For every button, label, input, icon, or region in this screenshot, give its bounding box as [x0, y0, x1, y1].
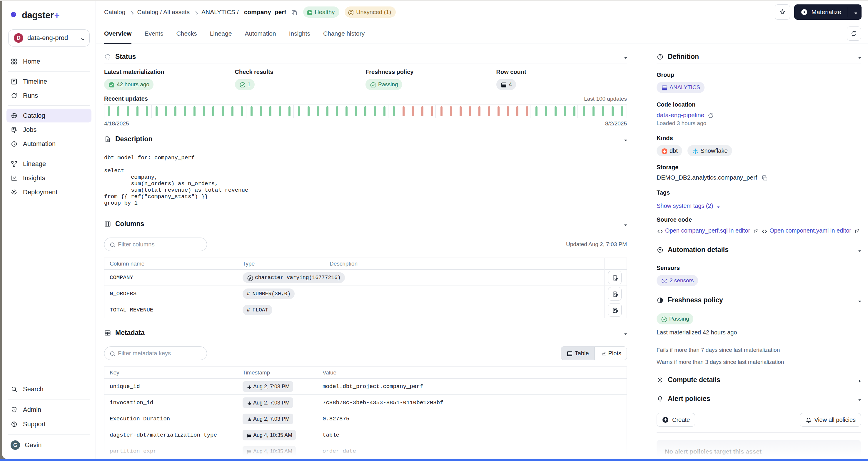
toggle-plots[interactable]: Plots [594, 347, 627, 360]
timestamp-pill[interactable]: Aug 4, 10:35 AM [243, 430, 296, 440]
sidebar-item-timeline[interactable]: Timeline [6, 75, 91, 88]
sidebar-item-insights[interactable]: Insights [6, 171, 91, 185]
update-bar[interactable] [212, 106, 214, 116]
copy-icon[interactable] [291, 9, 297, 15]
update-bar[interactable] [478, 106, 480, 116]
update-bar[interactable] [174, 106, 177, 116]
update-bar[interactable] [612, 106, 614, 116]
materialize-button[interactable]: Materialize [794, 4, 862, 20]
collapse-caret-icon[interactable] [856, 397, 861, 401]
timestamp-pill[interactable]: Aug 4, 10:35 AM [243, 446, 296, 457]
update-bar[interactable] [184, 106, 186, 116]
collapse-caret-icon[interactable] [622, 54, 627, 59]
open-yaml-link[interactable]: Open component.yaml in editor [761, 227, 859, 234]
update-bar[interactable] [193, 106, 195, 116]
update-bar[interactable] [317, 106, 319, 116]
filter-metadata-input[interactable] [118, 350, 202, 357]
update-bar[interactable] [146, 106, 148, 116]
freshness-pill[interactable]: Passing [366, 79, 402, 90]
tab-change-history[interactable]: Change history [323, 23, 365, 44]
update-bar[interactable] [383, 106, 385, 116]
column-lineage-button[interactable] [608, 287, 622, 300]
sidebar-item-jobs[interactable]: Jobs [6, 123, 91, 137]
update-bar[interactable] [364, 106, 366, 116]
update-bar[interactable] [574, 106, 576, 116]
collapse-caret-icon[interactable] [622, 137, 627, 142]
collapse-caret-icon[interactable] [622, 222, 627, 226]
update-bar[interactable] [469, 106, 471, 116]
group-pill[interactable]: ANALYTICS [657, 82, 705, 93]
view-all-policies-button[interactable]: View all policies [800, 413, 861, 427]
sidebar-item-search[interactable]: Search [6, 382, 91, 396]
update-bar[interactable] [136, 106, 138, 116]
update-bar[interactable] [535, 106, 537, 116]
health-status-badge[interactable]: Healthy [303, 6, 339, 18]
update-bar[interactable] [497, 106, 500, 116]
update-bar[interactable] [592, 106, 594, 116]
update-bar[interactable] [602, 106, 604, 116]
update-bar[interactable] [269, 106, 271, 116]
update-bar[interactable] [279, 106, 281, 116]
user-menu[interactable]: G Gavin [6, 438, 91, 453]
collapse-caret-icon[interactable] [856, 248, 861, 252]
favorite-star-button[interactable] [775, 4, 790, 20]
timestamp-pill[interactable]: Aug 2, 7:03 PM [243, 381, 293, 392]
update-bar[interactable] [621, 106, 623, 116]
update-bar[interactable] [460, 106, 462, 116]
sidebar-item-deployment[interactable]: Deployment [6, 185, 91, 199]
kind-pill-snowflake[interactable]: Snowflake [687, 145, 732, 156]
column-lineage-button[interactable] [608, 303, 622, 317]
update-bar[interactable] [165, 106, 167, 116]
update-bar[interactable] [288, 106, 290, 116]
update-bar[interactable] [555, 106, 557, 116]
tab-overview[interactable]: Overview [104, 23, 131, 44]
materialization-pill[interactable]: 42 hours ago [104, 79, 154, 90]
timestamp-pill[interactable]: Aug 2, 7:03 PM [243, 397, 293, 408]
sidebar-item-catalog[interactable]: Catalog [6, 109, 91, 122]
materialize-dropdown-button[interactable] [848, 4, 862, 20]
sidebar-item-runs[interactable]: Runs [6, 89, 91, 103]
tab-events[interactable]: Events [144, 23, 163, 44]
unsynced-badge[interactable]: Unsynced (1) [345, 6, 396, 18]
code-location-link[interactable]: data-eng-pipeline [657, 112, 704, 119]
breadcrumb-catalog[interactable]: Catalog [104, 8, 125, 16]
update-bar[interactable] [421, 106, 424, 116]
reload-icon[interactable] [707, 112, 713, 118]
show-system-tags-link[interactable]: Show system tags (2) [657, 203, 719, 209]
collapse-caret-icon[interactable] [622, 330, 627, 335]
sensors-pill[interactable]: 2 sensors [657, 275, 698, 286]
breadcrumb-all-assets[interactable]: Catalog / All assets [137, 8, 190, 16]
expand-caret-icon[interactable] [856, 378, 861, 382]
update-bar[interactable] [412, 106, 414, 116]
update-bar[interactable] [545, 106, 547, 116]
update-bar[interactable] [403, 106, 405, 116]
update-bar[interactable] [488, 106, 490, 116]
sidebar-item-admin[interactable]: Admin [6, 403, 91, 416]
deployment-switcher[interactable]: D data-eng-prod [8, 29, 90, 47]
update-bar[interactable] [156, 106, 158, 116]
update-bar[interactable] [231, 106, 234, 116]
tab-lineage[interactable]: Lineage [210, 23, 232, 44]
sidebar-item-lineage[interactable]: Lineage [6, 157, 91, 171]
tab-automation[interactable]: Automation [245, 23, 276, 44]
sidebar-item-home[interactable]: Home [6, 54, 91, 68]
column-lineage-button[interactable] [608, 271, 622, 284]
update-bar[interactable] [308, 106, 310, 116]
update-bar[interactable] [564, 106, 566, 116]
update-bar[interactable] [450, 106, 452, 116]
update-bar[interactable] [250, 106, 253, 116]
copy-icon[interactable] [761, 175, 767, 180]
update-bar[interactable] [117, 106, 119, 116]
check-results-pill[interactable]: 1 [235, 79, 255, 90]
update-bar[interactable] [345, 106, 347, 116]
sidebar-item-support[interactable]: Support [6, 417, 91, 431]
update-bar[interactable] [440, 106, 442, 116]
collapse-caret-icon[interactable] [856, 298, 861, 302]
update-bar[interactable] [108, 106, 110, 116]
timestamp-pill[interactable]: Aug 2, 7:03 PM [243, 413, 293, 424]
filter-columns-input[interactable] [118, 241, 202, 248]
sidebar-item-automation[interactable]: Automation [6, 137, 91, 151]
tab-insights[interactable]: Insights [289, 23, 310, 44]
tab-checks[interactable]: Checks [177, 23, 197, 44]
update-bar[interactable] [222, 106, 224, 116]
